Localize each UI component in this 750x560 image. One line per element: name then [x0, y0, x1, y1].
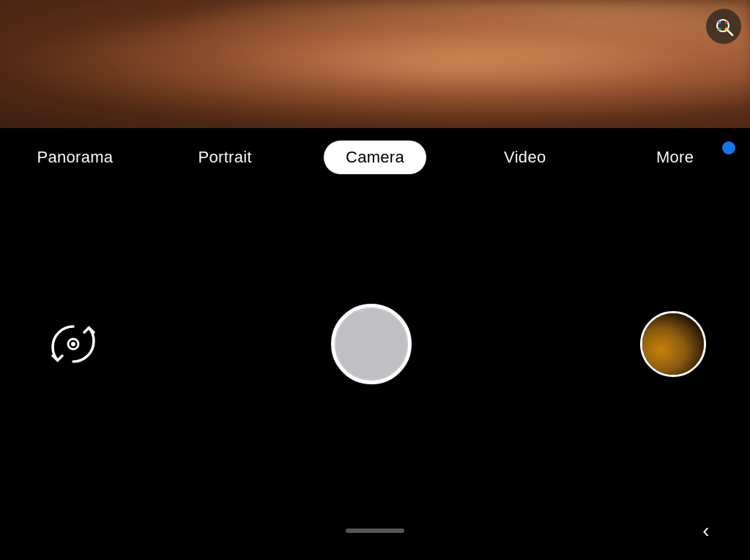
svg-point-5 — [719, 28, 721, 31]
shutter-button[interactable] — [331, 304, 412, 384]
mode-camera-label: Camera — [346, 148, 404, 167]
mode-video[interactable]: Video — [450, 128, 600, 187]
camera-controls — [0, 187, 750, 501]
gallery-thumbnail-button[interactable] — [640, 311, 706, 377]
mode-portrait[interactable]: Portrait — [150, 128, 300, 187]
flip-camera-icon — [47, 318, 100, 370]
active-pill: Camera — [324, 141, 426, 174]
svg-point-4 — [725, 28, 728, 31]
mode-more[interactable]: More — [600, 128, 750, 187]
svg-point-7 — [71, 342, 75, 346]
mode-portrait-label: Portrait — [198, 148, 252, 167]
gallery-thumbnail-image — [642, 313, 704, 375]
notification-dot — [722, 141, 735, 154]
svg-point-2 — [719, 21, 721, 24]
mode-video-label: Video — [504, 148, 546, 167]
viewfinder-blur-overlay — [0, 0, 750, 128]
back-chevron-icon: ‹ — [702, 520, 709, 541]
svg-line-1 — [727, 30, 732, 35]
back-button[interactable]: ‹ — [691, 516, 721, 545]
lens-search-icon — [713, 16, 734, 37]
mode-camera[interactable]: Camera — [300, 128, 450, 187]
mode-panorama-label: Panorama — [37, 148, 113, 167]
viewfinder — [0, 0, 750, 128]
google-lens-button[interactable] — [706, 9, 741, 44]
svg-point-3 — [725, 21, 728, 24]
mode-more-label: More — [656, 148, 694, 167]
home-indicator[interactable] — [346, 529, 404, 533]
bottom-bar: ‹ — [0, 501, 750, 560]
mode-panorama[interactable]: Panorama — [0, 128, 150, 187]
flip-camera-button[interactable] — [44, 315, 103, 373]
shutter-inner-circle — [336, 309, 406, 379]
camera-mode-bar: Panorama Portrait Camera Video More — [0, 128, 750, 187]
